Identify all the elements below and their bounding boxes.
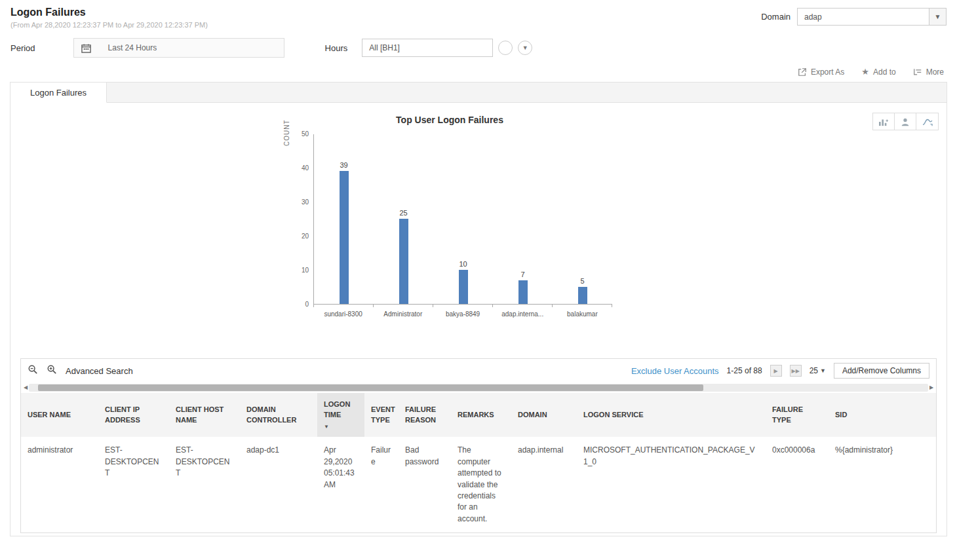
advanced-search-label[interactable]: Advanced Search: [66, 366, 133, 376]
x-axis-category-label: balakumar: [553, 310, 612, 318]
table-cell: adap.internal: [511, 437, 577, 532]
domain-dropdown[interactable]: adap ▼: [797, 8, 947, 26]
column-header-label: FAILURE REASON: [405, 405, 444, 426]
bar[interactable]: [340, 171, 349, 304]
toolbar-left: Advanced Search: [28, 364, 133, 378]
bar[interactable]: [459, 270, 468, 304]
domain-value: adap: [798, 12, 822, 22]
bar-value-label: 25: [399, 209, 407, 217]
column-header-logon-service[interactable]: LOGON SERVICE: [577, 393, 766, 437]
filter-row: Period Last 24 Hours Hours All [BH1] ▼: [0, 29, 957, 58]
last-page-button[interactable]: ▶▶: [790, 365, 802, 377]
bar-chart: COUNT 01020304050 39251075 sundari-8300A…: [284, 134, 612, 318]
column-header-label: EVENT TYPE: [371, 405, 392, 426]
plot-wrap: 39251075 sundari-8300Administratorbakya-…: [313, 134, 612, 318]
column-header-event-type[interactable]: EVENT TYPE: [364, 393, 399, 437]
column-header-label: DOMAIN CONTROLLER: [246, 405, 311, 426]
add-to-button[interactable]: ★ Add to: [861, 67, 895, 77]
period-value: Last 24 Hours: [108, 43, 157, 52]
table-wrap: Advanced Search Exclude User Accounts 1-…: [20, 358, 937, 533]
page-size-dropdown[interactable]: 25 ▼: [810, 366, 826, 375]
table-cell: Apr 29,2020 05:01:43 AM: [317, 437, 364, 532]
column-header-client-host-name[interactable]: CLIENT HOST NAME: [169, 393, 240, 437]
column-header-label: REMARKS: [458, 410, 505, 420]
user-icon[interactable]: [895, 113, 916, 130]
bar-value-label: 7: [520, 271, 524, 278]
column-header-client-ip-address[interactable]: CLIENT IP ADDRESS: [98, 393, 169, 437]
y-tick-label: 30: [302, 198, 309, 206]
x-axis-ticks: [313, 305, 612, 307]
logon-failures-table: USER NAMECLIENT IP ADDRESSCLIENT HOST NA…: [21, 393, 936, 532]
bar[interactable]: [518, 280, 528, 304]
bar-balakumar[interactable]: 5: [553, 134, 612, 304]
table-cell: EST-DESKTOPCENT: [169, 437, 240, 532]
hours-chevron-button[interactable]: ▼: [518, 41, 532, 55]
column-header-user-name[interactable]: USER NAME: [21, 393, 98, 437]
y-axis-label: COUNT: [284, 134, 295, 318]
x-tick: [493, 305, 553, 307]
table-cell: EST-DESKTOPCENT: [98, 437, 169, 532]
table-row[interactable]: administratorEST-DESKTOPCENTEST-DESKTOPC…: [21, 437, 936, 532]
chart-title: Top User Logon Failures: [286, 115, 614, 125]
bar-bakya-8849[interactable]: 10: [433, 134, 493, 304]
column-header-label: USER NAME: [28, 410, 92, 420]
bar-Administrator[interactable]: 25: [374, 134, 433, 304]
chevron-down-icon[interactable]: ▼: [929, 9, 946, 25]
column-header-remarks[interactable]: REMARKS: [451, 393, 511, 437]
bar-value-label: 5: [580, 277, 584, 285]
pagination-text: 1-25 of 88: [727, 366, 762, 375]
column-header-domain[interactable]: DOMAIN: [511, 393, 577, 437]
scroll-right-arrow[interactable]: ▶: [928, 383, 935, 393]
search-icon[interactable]: [28, 364, 39, 378]
line-chart-icon[interactable]: [916, 113, 938, 130]
sort-desc-icon[interactable]: ▼: [324, 423, 358, 431]
actions-row: Export As ★ Add to More: [0, 58, 957, 82]
table-body: administratorEST-DESKTOPCENTEST-DESKTOPC…: [21, 437, 936, 532]
scroll-left-arrow[interactable]: ◀: [22, 383, 29, 393]
x-axis-category-label: sundari-8300: [313, 310, 373, 318]
column-header-sid[interactable]: SID: [829, 393, 936, 437]
x-axis-category-label: adap.interna...: [493, 310, 553, 318]
content-box: Logon Failures Top User Logon Failures C…: [10, 82, 947, 536]
calendar-icon: [74, 43, 99, 53]
bar-sundari-8300[interactable]: 39: [314, 134, 374, 304]
more-label: More: [926, 67, 944, 77]
domain-filter: Domain adap ▼: [761, 8, 947, 26]
chart-section: Top User Logon Failures COUNT 0102030405…: [10, 103, 947, 353]
tab-logon-failures[interactable]: Logon Failures: [10, 83, 107, 103]
add-remove-columns-button[interactable]: Add/Remove Columns: [834, 363, 929, 379]
next-page-button[interactable]: ▶: [770, 365, 782, 377]
x-tick: [314, 305, 374, 307]
hours-dropdown[interactable]: All [BH1]: [362, 39, 493, 57]
column-header-failure-reason[interactable]: FAILURE REASON: [399, 393, 451, 437]
domain-label: Domain: [761, 12, 791, 22]
chart-plot: 39251075: [313, 134, 612, 305]
table-cell: Failure: [364, 437, 399, 532]
table-cell: 0xc000006a: [766, 437, 829, 532]
more-button[interactable]: More: [913, 67, 944, 77]
page-title: Logon Failures: [10, 7, 208, 18]
bar-chart-settings-icon[interactable]: [873, 113, 895, 130]
bar[interactable]: [578, 287, 587, 304]
column-header-domain-controller[interactable]: DOMAIN CONTROLLER: [240, 393, 317, 437]
column-header-label: SID: [835, 410, 929, 420]
column-header-failure-type[interactable]: FAILURE TYPE: [766, 393, 829, 437]
period-field[interactable]: Last 24 Hours: [73, 38, 284, 58]
column-header-logon-time[interactable]: LOGON TIME▼: [317, 393, 364, 437]
scrollbar-thumb[interactable]: [38, 384, 703, 391]
title-block: Logon Failures (From Apr 28,2020 12:23:3…: [10, 7, 208, 29]
scrollbar-track[interactable]: [29, 384, 928, 392]
x-tick: [553, 305, 612, 307]
y-tick-label: 40: [302, 164, 309, 172]
column-header-label: LOGON TIME: [324, 400, 358, 420]
export-as-button[interactable]: Export As: [798, 67, 844, 77]
bar[interactable]: [399, 219, 408, 304]
more-list-icon: [913, 67, 922, 76]
chevron-down-icon: ▼: [820, 367, 826, 374]
y-tick-label: 20: [302, 233, 309, 240]
exclude-user-accounts-link[interactable]: Exclude User Accounts: [631, 366, 719, 376]
export-as-label: Export As: [811, 67, 844, 77]
advanced-search-icon[interactable]: [47, 364, 58, 378]
bar-adap.interna...[interactable]: 7: [493, 134, 553, 304]
chart-icon-group: [872, 113, 939, 130]
